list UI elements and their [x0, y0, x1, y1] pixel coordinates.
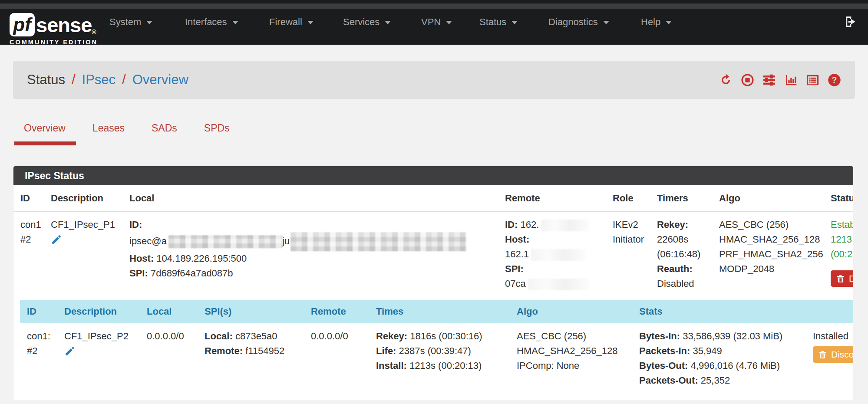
tab-spds[interactable]: SPDs — [204, 122, 230, 145]
pfsense-status-ipsec-page: pf sense® COMMUNITY EDITION System Inter… — [0, 0, 868, 404]
cell-description: CF1_IPsec_P2 — [57, 323, 140, 394]
trash-icon — [818, 350, 827, 359]
chevron-down-icon — [307, 21, 314, 24]
cell-algo: AES_CBC (256) HMAC_SHA2_256_128 IPComp: … — [510, 323, 632, 394]
sliders-icon[interactable] — [762, 73, 776, 87]
cell-local: ID: ipsec@aju Host: 104.189.226.195:500 … — [122, 212, 498, 300]
tab-overview[interactable]: Overview — [24, 122, 66, 145]
cell-times: Rekey: 1816s (00:30:16) Life: 2387s (00:… — [369, 323, 510, 394]
col-algo: Algo — [712, 185, 824, 212]
stop-icon[interactable] — [741, 73, 754, 87]
nav-services[interactable]: Services — [343, 16, 391, 28]
status-text: Established — [831, 217, 853, 232]
chevron-down-icon — [666, 21, 672, 24]
chevron-down-icon — [232, 21, 238, 24]
redacted-text — [531, 249, 586, 261]
cell-remote: 0.0.0.0/0 — [304, 323, 369, 394]
cell-algo: AES_CBC (256) HMAC_SHA2_256_128 PRF_HMAC… — [712, 212, 824, 300]
disconnect-p2-button[interactable]: Disconnect — [813, 346, 853, 363]
col-algo: Algo — [510, 300, 632, 323]
cell-role: IKEv2 Initiator — [606, 212, 650, 300]
col-id: ID — [20, 300, 57, 323]
cell-id: con1: #2 — [20, 323, 57, 394]
nav-status[interactable]: Status — [479, 16, 518, 28]
breadcrumb-link-overview[interactable]: Overview — [132, 72, 188, 88]
col-spis: SPI(s) — [198, 300, 304, 323]
refresh-icon[interactable] — [719, 73, 733, 87]
col-description: Description — [57, 300, 140, 323]
svg-text:?: ? — [832, 75, 837, 84]
page-actions: ? — [719, 73, 841, 87]
cell-id: con1 #2 — [13, 212, 44, 300]
child-sa-table: ID Description Local SPI(s) Remote Times… — [20, 300, 853, 394]
tab-sads[interactable]: SADs — [152, 122, 177, 145]
col-local: Local — [140, 300, 198, 323]
table-header-row: ID Description Local Remote Role Timers … — [13, 185, 853, 212]
table-row: con1 #2 CF1_IPsec_P1 ID: ipsec@aju Host:… — [13, 212, 853, 300]
col-description: Description — [44, 185, 122, 212]
cell-local: 0.0.0.0/0 — [140, 323, 198, 394]
edit-icon[interactable] — [51, 234, 62, 245]
redacted-text — [290, 232, 467, 251]
edit-icon[interactable] — [64, 345, 76, 357]
disconnect-p1-button[interactable]: Disconnect — [831, 270, 853, 287]
redacted-text — [528, 279, 589, 290]
nav-vpn[interactable]: VPN — [421, 16, 452, 28]
tab-leases[interactable]: Leases — [92, 122, 125, 145]
cell-timers: Rekey: 22608s (06:16:48) Reauth: Disable… — [650, 212, 712, 300]
col-local: Local — [122, 185, 498, 212]
ike-sa-table-wrap: ID Description Local Remote Role Timers … — [13, 185, 853, 300]
table-row: con1: #2 CF1_IPsec_P2 0.0.0.0/0 Local: c… — [20, 323, 853, 394]
tab-bar: Overview Leases SADs SPDs — [24, 122, 257, 145]
status-text: 1213 seconds — [831, 232, 853, 247]
chevron-down-icon — [385, 21, 391, 24]
chart-bar-icon[interactable] — [784, 73, 798, 87]
status-text: (00:20:13) — [831, 247, 853, 262]
navbar: pf sense® COMMUNITY EDITION System Inter… — [0, 0, 868, 45]
col-remote: Remote — [498, 185, 606, 212]
nav-system[interactable]: System — [109, 16, 152, 28]
col-stats: Stats — [632, 300, 806, 323]
redacted-text — [168, 235, 282, 248]
brand-subtitle: COMMUNITY EDITION — [10, 39, 98, 46]
cell-status: Established 1213 seconds (00:20:13) Disc… — [824, 212, 853, 300]
col-remote: Remote — [304, 300, 369, 323]
breadcrumb-link-ipsec[interactable]: IPsec — [82, 72, 116, 88]
panel-title: IPsec Status — [13, 166, 853, 185]
cell-spis: Local: c873e5a0 Remote: f1154952 — [198, 323, 304, 394]
breadcrumb-section: Status — [27, 72, 65, 88]
chevron-down-icon — [146, 21, 152, 24]
col-status: Status — [824, 185, 853, 212]
col-times: Times — [369, 300, 510, 323]
trash-icon — [836, 274, 845, 283]
state-text: Installed — [813, 329, 853, 344]
child-sa-table-wrap: ID Description Local SPI(s) Remote Times… — [20, 300, 853, 394]
col-role: Role — [606, 185, 650, 212]
col-actions — [806, 300, 853, 323]
redacted-text — [541, 220, 589, 231]
ike-sa-table: ID Description Local Remote Role Timers … — [13, 185, 853, 300]
pfsense-logo[interactable]: pf sense® COMMUNITY EDITION — [10, 13, 98, 46]
breadcrumb: Status / IPsec / Overview ? — [13, 61, 855, 99]
ipsec-status-panel: IPsec Status ID Description Local Remote… — [13, 166, 853, 400]
nav-diagnostics[interactable]: Diagnostics — [548, 16, 609, 28]
cell-state: Installed Disconnect — [806, 323, 853, 394]
breadcrumb-separator: / — [72, 72, 76, 88]
top-stripe — [0, 3, 868, 9]
sign-out-icon — [844, 15, 858, 29]
cell-description: CF1_IPsec_P1 — [44, 212, 122, 300]
nav-firewall[interactable]: Firewall — [269, 16, 314, 28]
nav-help[interactable]: Help — [641, 16, 672, 28]
cell-stats: Bytes-In: 33,586,939 (32.03 MiB) Packets… — [632, 323, 806, 394]
brand-name: sense® — [36, 15, 96, 35]
col-id: ID — [13, 185, 44, 212]
logout-button[interactable] — [844, 15, 858, 30]
chevron-down-icon — [512, 21, 518, 24]
breadcrumb-separator: / — [122, 72, 126, 88]
cell-remote: ID: 162. Host: 162.1 SPI: 07ca — [498, 212, 606, 300]
help-icon[interactable]: ? — [828, 73, 841, 87]
col-timers: Timers — [650, 185, 712, 212]
chevron-down-icon — [603, 21, 609, 24]
nav-interfaces[interactable]: Interfaces — [185, 16, 238, 28]
list-icon[interactable] — [806, 73, 819, 87]
